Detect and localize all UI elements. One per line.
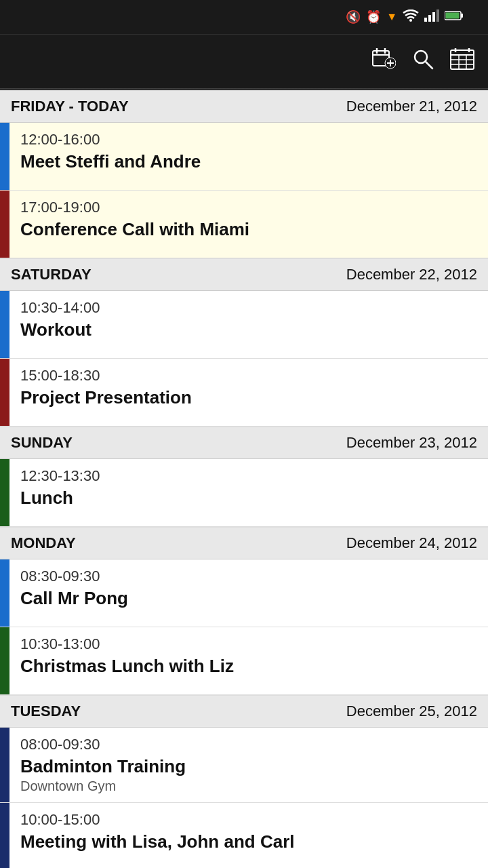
event-item-mon-1[interactable]: 08:30-09:30Call Mr Pong [0,559,488,627]
event-item-tue-2[interactable]: 10:00-15:00Meeting with Lisa, John and C… [0,803,488,868]
download-icon: ▼ [386,11,397,23]
event-title-tue-2: Meeting with Lisa, John and Carl [20,831,477,852]
event-title-tue-1: Badminton Training [20,756,477,777]
status-icons: 🔇 ⏰ ▼ [346,9,464,25]
day-date-saturday: December 22, 2012 [346,266,477,283]
calendar-view-button[interactable] [450,48,474,75]
day-header-monday: MONDAYDecember 24, 2012 [0,527,488,559]
event-item-sat-2[interactable]: 15:00-18:30Project Presentation [0,359,488,427]
day-date-sunday: December 23, 2012 [346,434,477,452]
event-item-sun-1[interactable]: 12:30-13:30Lunch [0,459,488,527]
event-time-sun-1: 12:30-13:30 [20,467,477,485]
toolbar-actions [371,48,474,75]
battery-icon [445,10,464,24]
svg-line-16 [426,62,432,68]
event-stripe-sat-2 [0,359,9,426]
event-time-fri-2: 17:00-19:00 [20,199,477,216]
calendar-content: FRIDAY - TODAYDecember 21, 201212:00-16:… [0,90,488,868]
event-stripe-fri-1 [0,123,9,190]
event-stripe-sat-1 [0,291,9,358]
event-item-sat-1[interactable]: 10:30-14:00Workout [0,291,488,359]
event-content-tue-1: 08:00-09:30Badminton TrainingDowntown Gy… [9,728,488,802]
event-time-sat-2: 15:00-18:30 [20,367,477,384]
alarm-icon: ⏰ [366,9,381,24]
event-title-sun-1: Lunch [20,488,477,509]
event-time-mon-2: 10:30-13:00 [20,635,477,653]
event-content-fri-2: 17:00-19:00Conference Call with Miami [9,191,488,258]
svg-rect-2 [428,15,431,22]
event-title-mon-1: Call Mr Pong [20,588,477,609]
day-date-tuesday: December 25, 2012 [346,703,477,720]
event-content-sat-1: 10:30-14:00Workout [9,291,488,358]
day-header-sunday: SUNDAYDecember 23, 2012 [0,427,488,459]
event-title-sat-1: Workout [20,319,477,340]
svg-rect-1 [424,18,427,22]
event-time-tue-1: 08:00-09:30 [20,736,477,753]
event-stripe-mon-1 [0,559,9,627]
day-name-sunday: SUNDAY [11,434,73,452]
event-title-fri-1: Meet Steffi and Andre [20,151,477,172]
event-content-mon-1: 08:30-09:30Call Mr Pong [9,559,488,627]
event-stripe-sun-1 [0,459,9,526]
day-header-tuesday: TUESDAYDecember 25, 2012 [0,695,488,728]
search-button[interactable] [412,48,434,75]
wifi-icon [403,9,419,25]
event-stripe-tue-2 [0,803,9,868]
event-content-fri-1: 12:00-16:00Meet Steffi and Andre [9,123,488,190]
svg-rect-6 [461,14,463,18]
event-title-fri-2: Conference Call with Miami [20,219,477,240]
event-time-mon-1: 08:30-09:30 [20,568,477,585]
event-stripe-fri-2 [0,191,9,258]
event-time-tue-2: 10:00-15:00 [20,811,477,829]
event-item-fri-1[interactable]: 12:00-16:00Meet Steffi and Andre [0,123,488,191]
event-content-sat-2: 15:00-18:30Project Presentation [9,359,488,426]
signal-icon [424,9,439,25]
event-time-fri-1: 12:00-16:00 [20,131,477,149]
event-content-mon-2: 10:30-13:00Christmas Lunch with Liz [9,627,488,694]
event-stripe-mon-2 [0,627,9,694]
event-title-sat-2: Project Presentation [20,387,477,408]
day-date-friday: December 21, 2012 [346,98,477,115]
event-item-mon-2[interactable]: 10:30-13:00Christmas Lunch with Liz [0,627,488,695]
event-stripe-tue-1 [0,728,9,802]
svg-rect-3 [432,12,435,22]
event-content-tue-2: 10:00-15:00Meeting with Lisa, John and C… [9,803,488,868]
svg-point-0 [409,19,412,22]
svg-rect-7 [446,12,460,18]
event-item-tue-1[interactable]: 08:00-09:30Badminton TrainingDowntown Gy… [0,728,488,803]
day-name-friday: FRIDAY - TODAY [11,98,129,115]
toolbar [0,34,488,88]
day-header-friday: FRIDAY - TODAYDecember 21, 2012 [0,90,488,123]
day-name-tuesday: TUESDAY [11,703,81,720]
day-header-saturday: SATURDAYDecember 22, 2012 [0,258,488,291]
day-name-monday: MONDAY [11,534,76,552]
day-name-saturday: SATURDAY [11,266,92,283]
mute-icon: 🔇 [346,9,361,24]
event-item-fri-2[interactable]: 17:00-19:00Conference Call with Miami [0,191,488,258]
day-date-monday: December 24, 2012 [346,534,477,552]
event-content-sun-1: 12:30-13:30Lunch [9,459,488,526]
svg-rect-4 [436,9,439,22]
event-subtitle-tue-1: Downtown Gym [20,778,477,794]
event-title-mon-2: Christmas Lunch with Liz [20,656,477,677]
status-bar: 🔇 ⏰ ▼ [0,0,488,34]
add-event-button[interactable] [371,48,396,75]
event-time-sat-1: 10:30-14:00 [20,299,477,317]
